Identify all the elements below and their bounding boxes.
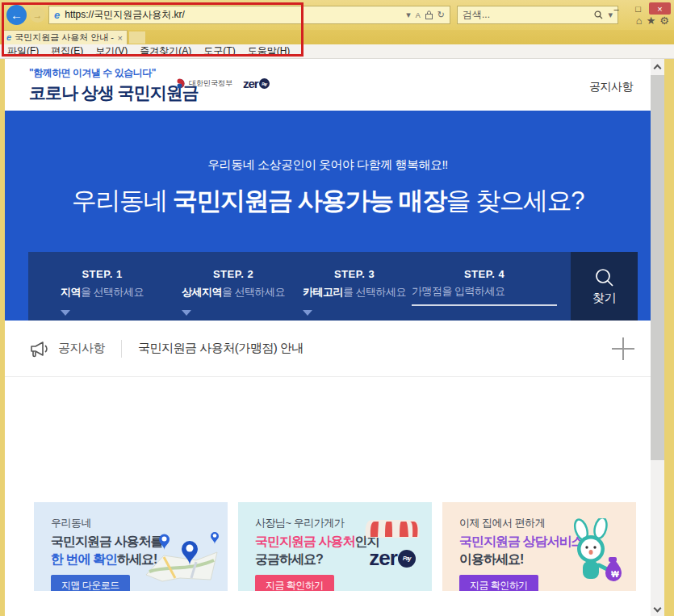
find-button[interactable]: 찾기	[571, 252, 638, 321]
new-tab-button[interactable]	[129, 31, 145, 44]
banner-card-merchant-check: 사장님~ 우리가게가 국민지원금 사용처인지 궁금하세요? 지금 확인하기 ze…	[238, 502, 432, 591]
hero-subtitle: 우리동네 소상공인이 웃어야 다함께 행복해요!!	[5, 111, 651, 173]
zeropay-logo: zerPay	[243, 77, 270, 90]
step-2-subregion[interactable]: STEP. 2 상세지역을 선택하세요	[182, 268, 285, 316]
korea-gov-emblem-icon	[174, 78, 185, 89]
gov-label: 대한민국정부	[189, 78, 232, 89]
minimize-button[interactable]: –	[605, 2, 627, 15]
maximize-button[interactable]: □	[627, 2, 649, 15]
menu-edit[interactable]: 편집(E)	[51, 44, 83, 58]
favorites-star-icon[interactable]: ★	[647, 15, 656, 27]
url-text[interactable]: https://국민지원금사용처.kr/	[65, 8, 401, 22]
step-search-panel: STEP. 1 지역을 선택하세요 STEP. 2 상세지역을 선택하세요 ST…	[28, 252, 638, 321]
site-logo[interactable]: "함께하면 이겨낼 수 있습니다" 코로나 상생 국민지원금	[29, 66, 199, 104]
tab-strip: e 국민지원금 사용처 안내 - ... ×	[0, 30, 674, 44]
step-3-category[interactable]: STEP. 3 카테고리를 선택하세요	[303, 268, 406, 316]
tab-close-icon[interactable]: ×	[118, 33, 123, 43]
zmap-download-button[interactable]: 지맵 다운로드	[51, 575, 130, 591]
close-button[interactable]: ×	[649, 2, 671, 15]
banner-card-consult-service: 이제 집에서 편하게 국민지원금 상담서비스를 이용하세요! 지금 확인하기	[442, 502, 636, 591]
site-header: "함께하면 이겨낼 수 있습니다" 코로나 상생 국민지원금 대한민국정부 ze…	[5, 59, 651, 111]
back-arrow-icon: ←	[10, 8, 23, 22]
search-box[interactable]: 검색... ▾	[457, 6, 618, 24]
menu-help[interactable]: 도움말(H)	[248, 44, 291, 58]
forward-arrow-icon: →	[33, 10, 43, 21]
ie-page-icon: e	[54, 10, 60, 20]
menu-view[interactable]: 보기(V)	[95, 44, 128, 58]
dropdown-triangle-icon[interactable]	[182, 310, 191, 316]
step-4-merchant: STEP. 4	[412, 268, 557, 306]
header-notice-link[interactable]: 공지사항	[589, 80, 633, 94]
notice-label: 공지사항	[58, 341, 105, 356]
banner-cards: 우리동네 국민지원금 사용처를 한 번에 확인하세요! 지맵 다운로드 사장님~…	[34, 502, 651, 591]
browser-titlebar: ← → e https://국민지원금사용처.kr/ ▾ A ↻ 검색... ▾…	[0, 0, 674, 30]
page-content: "함께하면 이겨낼 수 있습니다" 코로나 상생 국민지원금 대한민국정부 ze…	[5, 59, 651, 616]
scrollbar-thumb[interactable]	[651, 75, 664, 460]
forward-button[interactable]: →	[30, 7, 45, 23]
banner-card-map-download: 우리동네 국민지원금 사용처를 한 번에 확인하세요! 지맵 다운로드	[34, 502, 228, 591]
check-now-button[interactable]: 지금 확인하기	[459, 575, 538, 591]
home-icon[interactable]: ⌂	[636, 15, 643, 27]
menu-bar: 파일(F) 편집(E) 보기(V) 즐겨찾기(A) 도구(T) 도움말(H)	[0, 44, 674, 59]
check-now-button[interactable]: 지금 확인하기	[255, 575, 334, 591]
browser-window: ← → e https://국민지원금사용처.kr/ ▾ A ↻ 검색... ▾…	[0, 0, 674, 616]
address-bar[interactable]: e https://국민지원금사용처.kr/ ▾ A ↻	[48, 6, 450, 24]
step-1-region[interactable]: STEP. 1 지역을 선택하세요	[61, 268, 144, 316]
search-magnifier-icon	[594, 267, 615, 288]
menu-favorites[interactable]: 즐겨찾기(A)	[140, 44, 191, 58]
compatibility-view-icon[interactable]: A	[416, 11, 421, 19]
divider	[121, 340, 122, 358]
window-frame-right	[664, 59, 674, 616]
browser-tab[interactable]: e 국민지원금 사용처 안내 - ... ×	[2, 30, 128, 44]
ie-tab-icon: e	[6, 33, 11, 42]
notice-headline-link[interactable]: 국민지원금 사용처(가맹점) 안내	[138, 341, 304, 356]
search-placeholder: 검색...	[463, 8, 594, 22]
merchant-input[interactable]	[412, 285, 557, 306]
refresh-icon[interactable]: ↻	[437, 10, 445, 20]
hero-title: 우리동네 국민지원금 사용가능 매장을 찾으세요?	[5, 184, 651, 218]
megaphone-icon	[29, 340, 51, 358]
scroll-up-icon[interactable]	[654, 65, 662, 73]
lock-icon	[425, 10, 433, 19]
menu-tools[interactable]: 도구(T)	[203, 44, 235, 58]
search-magnifier-icon[interactable]	[594, 10, 603, 19]
tab-title: 국민지원금 사용처 안내 - ...	[15, 31, 114, 44]
notice-expand-plus-icon[interactable]	[612, 337, 634, 360]
dropdown-triangle-icon[interactable]	[303, 310, 312, 316]
dropdown-triangle-icon[interactable]	[61, 310, 70, 316]
window-frame-left	[0, 59, 5, 616]
scroll-down-icon[interactable]	[654, 605, 662, 613]
hero-section: 우리동네 소상공인이 웃어야 다함께 행복해요!! 우리동네 국민지원금 사용가…	[5, 111, 651, 321]
notice-bar: 공지사항 국민지원금 사용처(가맹점) 안내	[5, 321, 651, 377]
site-slogan: "함께하면 이겨낼 수 있습니다"	[29, 66, 199, 80]
settings-gear-icon[interactable]: ⚙	[659, 15, 669, 27]
site-title: 코로나 상생 국민지원금	[29, 82, 199, 104]
menu-file[interactable]: 파일(F)	[7, 44, 39, 58]
svg-text:₩: ₩	[611, 570, 619, 579]
back-button[interactable]: ←	[6, 5, 27, 25]
vertical-scrollbar[interactable]	[651, 59, 664, 616]
autocomplete-dropdown-icon[interactable]: ▾	[406, 10, 411, 20]
